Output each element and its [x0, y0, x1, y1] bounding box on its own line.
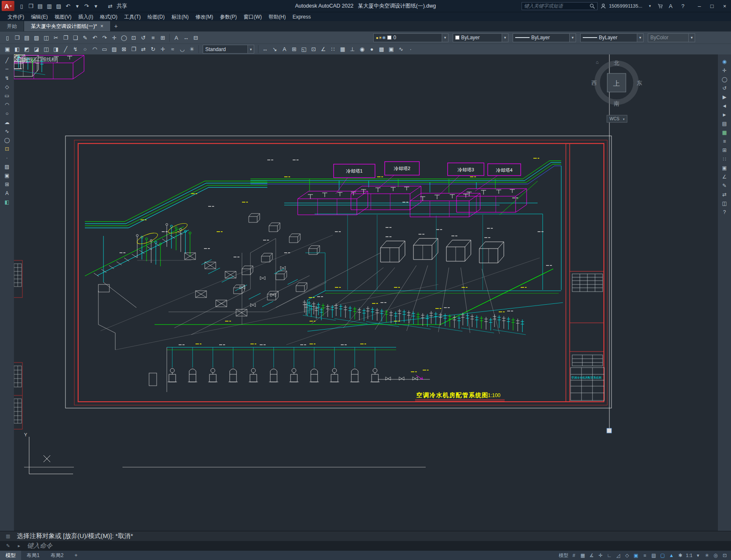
arc-icon[interactable]: ◠ — [3, 101, 12, 108]
user-dropdown-icon[interactable]: ▾ — [645, 1, 655, 11]
isolate-objects-icon[interactable]: ◎ — [712, 551, 720, 560]
chevron-down-icon[interactable]: ▾ — [569, 34, 576, 42]
count-icon[interactable]: ∷ — [720, 155, 729, 162]
construction-line-icon[interactable]: ╌ — [3, 65, 12, 73]
selection-grip[interactable] — [607, 428, 611, 433]
workspace-gear-icon[interactable]: ✳ — [703, 551, 711, 560]
scale-dropdown-icon[interactable]: ▾ — [694, 551, 702, 560]
annotation-scale-label[interactable]: 1:1 — [685, 551, 693, 560]
dim-linear-icon[interactable]: ↔ — [260, 45, 270, 54]
view-back-icon[interactable]: ◄ — [720, 102, 729, 109]
redo-icon[interactable]: ↷ — [100, 33, 109, 42]
insert-block-icon[interactable]: ◱ — [299, 45, 309, 54]
pan-icon[interactable]: ✛ — [720, 67, 729, 74]
layout-tab[interactable]: 布局1 — [21, 551, 45, 560]
region-icon[interactable]: ▣ — [3, 172, 12, 179]
layer-properties-icon[interactable]: ▣ — [3, 45, 12, 54]
make-block-icon[interactable]: ⊡ — [309, 45, 318, 54]
polar-icon[interactable]: ◿ — [614, 551, 622, 560]
line-icon[interactable]: ╱ — [61, 45, 71, 54]
lineweight-icon[interactable]: ≡ — [641, 551, 649, 560]
menu-item[interactable]: 插入(I) — [75, 12, 96, 22]
clean-screen-icon[interactable]: ⊡ — [720, 551, 729, 560]
chevron-down-icon[interactable]: ▾ — [502, 34, 508, 42]
show-motion-icon[interactable]: ▶ — [720, 93, 729, 100]
qnew-icon[interactable]: ▯ — [17, 1, 26, 11]
circle-icon[interactable]: ○ — [80, 45, 90, 54]
share-view-icon[interactable]: ⇄ — [720, 191, 729, 198]
group-icon[interactable]: ▦ — [338, 45, 348, 54]
circle-icon[interactable]: ○ — [3, 110, 12, 117]
command-customize-icon[interactable]: ✎ — [3, 541, 13, 551]
point-icon[interactable]: ∙ — [3, 154, 12, 161]
spline-icon[interactable]: ∿ — [3, 127, 12, 135]
paste-icon[interactable]: ❑ — [71, 33, 80, 42]
command-input[interactable]: ✎▸ 键入命令 — [0, 541, 731, 551]
undo-icon[interactable]: ↶ — [63, 1, 73, 11]
insert-block-icon[interactable]: ⊡ — [3, 145, 12, 152]
layout-tab[interactable]: 模型 — [0, 551, 21, 560]
viewport-controls[interactable]: [-][俯视][二维线框] — [17, 56, 58, 63]
share-button[interactable]: ⇄ 共享 — [106, 1, 127, 11]
annotation-visibility-icon[interactable]: ▲ — [667, 551, 676, 560]
menu-item[interactable]: 帮助(H) — [265, 12, 289, 22]
properties-icon[interactable]: ≡ — [148, 33, 158, 42]
text-icon[interactable]: A — [171, 33, 181, 42]
help-icon[interactable]: ? — [678, 1, 688, 11]
saveas-icon[interactable]: ▥ — [45, 1, 54, 11]
help-icon[interactable]: ? — [720, 208, 729, 216]
polyline-icon[interactable]: ↯ — [3, 74, 12, 81]
orbit-icon[interactable]: ↺ — [139, 33, 148, 42]
table-icon[interactable]: ⊟ — [191, 33, 201, 42]
tab-start[interactable]: 开始 — [0, 21, 24, 31]
menu-item[interactable]: 格式(O) — [97, 12, 121, 22]
wcs-dropdown[interactable]: WCS ▾ — [607, 115, 627, 122]
array-icon[interactable]: ∷ — [328, 45, 338, 54]
line-icon[interactable]: ╱ — [3, 57, 12, 64]
region-icon[interactable]: ▣ — [386, 45, 396, 54]
snap-icon[interactable]: ▦ — [579, 551, 587, 560]
rectangle-icon[interactable]: ▭ — [3, 92, 12, 99]
open-icon[interactable]: ❒ — [26, 1, 35, 11]
transparency-icon[interactable]: ▨ — [649, 551, 658, 560]
erase-icon[interactable]: ⊠ — [119, 45, 129, 54]
new-layout-button[interactable]: + — [69, 551, 83, 560]
mtext-icon[interactable]: A — [3, 189, 12, 197]
measure-icon[interactable]: ∠ — [318, 45, 328, 54]
plotstyle-combo[interactable]: ByColor ▾ — [648, 33, 695, 42]
navigation-wheel-icon[interactable]: ◉ — [720, 58, 729, 65]
menu-item[interactable]: Express — [289, 12, 314, 22]
color-combo[interactable]: ByLayer ▾ — [453, 33, 508, 42]
cart-icon[interactable] — [658, 3, 663, 9]
named-views-icon[interactable]: ◉ — [357, 45, 367, 54]
menu-item[interactable]: 参数(P) — [217, 12, 240, 22]
ortho-icon[interactable]: ∟ — [605, 551, 614, 560]
autodesk-account-icon[interactable]: A — [666, 1, 675, 11]
view-cube[interactable]: 上 北 南 西 东 ⌂ — [592, 60, 642, 107]
save-icon[interactable]: ▤ — [22, 33, 32, 42]
menu-item[interactable]: 绘图(D) — [144, 12, 168, 22]
properties-panel-icon[interactable]: ≡ — [720, 138, 729, 145]
hatch-icon[interactable]: ▨ — [3, 163, 12, 170]
ucs-icon[interactable]: ⊥ — [348, 45, 357, 54]
zoom-extents-icon[interactable]: ◯ — [720, 76, 729, 83]
palette-icon[interactable]: ◧ — [3, 198, 12, 206]
sheet-set-icon[interactable]: ⊞ — [158, 33, 168, 42]
preview-icon[interactable]: ◫ — [41, 33, 51, 42]
blocks-panel-icon[interactable]: ⊞ — [720, 146, 729, 154]
table-icon[interactable]: ⊞ — [289, 45, 299, 54]
arc-icon[interactable]: ◠ — [90, 45, 100, 54]
drawing-canvas[interactable]: [-][俯视][二维线框] — [14, 54, 718, 531]
chevron-down-icon[interactable]: ▾ — [637, 34, 643, 42]
plot-icon[interactable]: ▨ — [32, 33, 41, 42]
redo-icon[interactable]: ↷ — [82, 1, 91, 11]
minimize-button[interactable]: – — [693, 0, 706, 12]
tab-drawing[interactable]: 某大厦中央空调设计图纸(一)* × — [24, 21, 111, 31]
measure-icon[interactable]: ∠ — [720, 173, 729, 180]
rotate-icon[interactable]: ↻ — [148, 45, 158, 54]
dynamic-input-icon[interactable]: ✛ — [596, 551, 605, 560]
spline-icon[interactable]: ∿ — [396, 45, 406, 54]
table-icon[interactable]: ⊞ — [3, 181, 12, 188]
close-tab-icon[interactable]: × — [101, 23, 103, 29]
copy-object-icon[interactable]: ❐ — [129, 45, 139, 54]
